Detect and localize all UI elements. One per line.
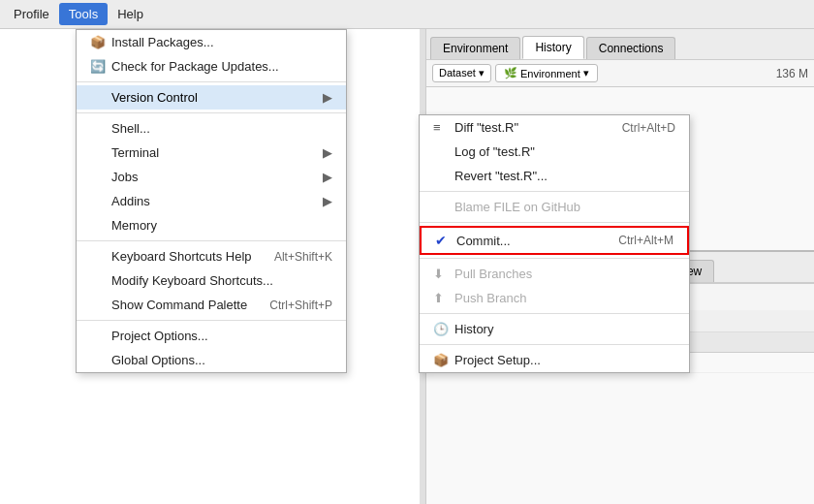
separator-4 (77, 320, 346, 321)
menu-install-packages[interactable]: 📦 Install Packages... (77, 30, 346, 54)
separator-1 (77, 81, 346, 82)
menu-addins[interactable]: Addins ▶ (77, 189, 346, 213)
menu-project-setup[interactable]: 📦 Project Setup... (420, 348, 689, 372)
tab-environment[interactable]: Environment (430, 37, 520, 59)
tab-connections[interactable]: Connections (586, 37, 676, 59)
menu-pull-branches: ⬇ Pull Branches (420, 262, 689, 286)
content-placeholder (432, 93, 808, 112)
submenu-arrow-addins: ▶ (323, 194, 332, 208)
menu-commit[interactable]: ✔ Commit... Ctrl+Alt+M (420, 226, 689, 255)
menu-blame: Blame FILE on GitHub (420, 195, 689, 219)
environment-dropdown[interactable]: 🌿 Environment ▾ (495, 64, 598, 82)
menu-shell[interactable]: Shell... (77, 116, 346, 141)
menu-item-profile[interactable]: Profile (4, 3, 59, 25)
menu-item-help[interactable]: Help (108, 3, 153, 25)
menu-item-tools[interactable]: Tools (59, 3, 108, 25)
menu-global-options[interactable]: Global Options... (77, 348, 346, 372)
box-icon: 📦 (433, 353, 454, 367)
push-icon: ⬆ (433, 291, 454, 305)
history-icon: 🕒 (433, 322, 454, 336)
menu-keyboard-shortcuts-help[interactable]: Keyboard Shortcuts Help Alt+Shift+K (77, 244, 346, 268)
submenu-arrow-jobs: ▶ (323, 170, 332, 184)
upper-tabs: Environment History Connections (426, 29, 814, 60)
package-icon: 📦 (90, 35, 111, 49)
memory-display: 136 M (776, 67, 808, 80)
upper-toolbar: Dataset ▾ 🌿 Environment ▾ 136 M (426, 60, 814, 87)
menu-revert[interactable]: Revert "test.R"... (420, 164, 689, 188)
vc-separator-3 (420, 258, 689, 259)
dataset-dropdown[interactable]: Dataset ▾ (432, 64, 491, 82)
tools-dropdown-menu: 📦 Install Packages... 🔄 Check for Packag… (76, 29, 347, 373)
menu-project-options[interactable]: Project Options... (77, 324, 346, 348)
submenu-arrow-terminal: ▶ (323, 145, 332, 160)
vc-separator-2 (420, 222, 689, 223)
vc-submenu-menu: ≡ Diff "test.R" Ctrl+Alt+D Log of "test.… (419, 114, 690, 373)
menubar: Profile Tools Help (0, 0, 814, 29)
vc-separator-1 (420, 191, 689, 192)
tab-history[interactable]: History (522, 36, 583, 59)
menu-command-palette[interactable]: Show Command Palette Ctrl+Shift+P (77, 293, 346, 317)
menu-memory[interactable]: Memory (77, 213, 346, 237)
menu-jobs[interactable]: Jobs ▶ (77, 165, 346, 189)
menu-diff[interactable]: ≡ Diff "test.R" Ctrl+Alt+D (420, 115, 689, 140)
commit-check-icon: ✔ (435, 233, 456, 248)
separator-2 (77, 112, 346, 113)
menu-history[interactable]: 🕒 History (420, 317, 689, 341)
diff-icon: ≡ (433, 120, 454, 135)
menu-log[interactable]: Log of "test.R" (420, 140, 689, 164)
update-icon: 🔄 (90, 59, 111, 74)
pull-icon: ⬇ (433, 267, 454, 281)
menu-check-updates[interactable]: 🔄 Check for Package Updates... (77, 54, 346, 79)
vc-separator-4 (420, 313, 689, 314)
submenu-arrow-vc: ▶ (323, 90, 332, 105)
separator-3 (77, 240, 346, 241)
menu-push-branch: ⬆ Push Branch (420, 286, 689, 310)
menu-modify-shortcuts[interactable]: Modify Keyboard Shortcuts... (77, 268, 346, 293)
menu-terminal[interactable]: Terminal ▶ (77, 141, 346, 165)
vc-separator-5 (420, 344, 689, 345)
menu-version-control[interactable]: Version Control ▶ (77, 85, 346, 110)
